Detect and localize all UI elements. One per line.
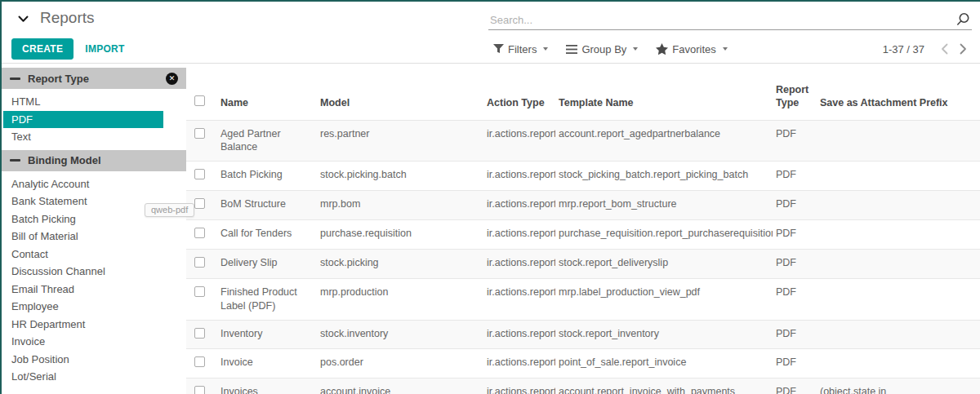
table-row[interactable]: Call for Tenders purchase.requisition ir… [186, 220, 980, 250]
cell-model[interactable]: purchase.requisition [317, 220, 483, 250]
row-checkbox[interactable] [194, 257, 205, 268]
cell-action-type[interactable]: ir.actions.report [483, 249, 555, 278]
pager-previous-button[interactable] [939, 42, 950, 56]
import-button[interactable]: IMPORT [85, 43, 124, 55]
cell-action-type[interactable]: ir.actions.report [483, 120, 555, 162]
cell-action-type[interactable]: ir.actions.report [483, 379, 555, 394]
cell-prefix[interactable] [817, 220, 980, 250]
create-button[interactable]: CREATE [11, 38, 74, 60]
cell-template[interactable]: account.report_agedpartnerbalance [555, 120, 773, 162]
cell-model[interactable]: res.partner [317, 120, 483, 162]
table-row[interactable]: Invoice pos.order ir.actions.report poin… [186, 349, 980, 379]
cell-prefix[interactable] [817, 162, 980, 191]
row-checkbox[interactable] [194, 356, 205, 367]
cell-name[interactable]: BoM Structure [217, 191, 317, 220]
group-by-dropdown[interactable]: Group By [566, 43, 638, 55]
cell-action-type[interactable]: ir.actions.report [483, 349, 555, 379]
column-header-prefix[interactable]: Save as Attachment Prefix [817, 64, 980, 120]
cell-model[interactable]: stock.picking.batch [317, 162, 483, 191]
row-checkbox[interactable] [194, 169, 205, 179]
facet-option[interactable]: Analytic Account [2, 175, 186, 193]
cell-name[interactable]: Finished Product Label (PDF) [217, 278, 317, 320]
facet-option[interactable]: Discussion Channel [2, 263, 186, 281]
facet-option-html[interactable]: HTML [2, 93, 186, 111]
cell-action-type[interactable]: ir.actions.report [483, 162, 555, 191]
cell-model[interactable]: account.invoice [317, 379, 483, 394]
cell-action-type[interactable]: ir.actions.report [483, 320, 555, 349]
cell-name[interactable]: Delivery Slip [217, 249, 317, 278]
row-checkbox[interactable] [194, 286, 205, 297]
facet-option[interactable]: Contact [2, 246, 186, 263]
cell-template[interactable]: mrp.label_production_view_pdf [555, 278, 773, 320]
column-header-action-type[interactable]: Action Type [483, 64, 555, 120]
facet-header-binding-model[interactable]: Binding Model [2, 150, 186, 171]
table-row[interactable]: Invoices account.invoice ir.actions.repo… [186, 379, 980, 394]
facet-option[interactable]: Lot/Serial [2, 368, 186, 386]
table-row[interactable]: Aged Partner Balance res.partner ir.acti… [186, 120, 980, 162]
row-checkbox[interactable] [194, 228, 205, 238]
cell-template[interactable]: point_of_sale.report_invoice [555, 349, 773, 379]
facet-option-pdf[interactable]: PDF [3, 111, 163, 129]
pager-next-button[interactable] [958, 42, 969, 56]
cell-report-type[interactable]: PDF [773, 349, 817, 379]
table-row[interactable]: Batch Picking stock.picking.batch ir.act… [186, 162, 980, 191]
cell-name[interactable]: Inventory [217, 320, 317, 349]
cell-action-type[interactable]: ir.actions.report [483, 220, 555, 250]
search-input[interactable] [490, 14, 951, 26]
facet-option[interactable]: Bill of Material [2, 228, 186, 246]
row-checkbox[interactable] [194, 386, 205, 394]
cell-report-type[interactable]: PDF [773, 249, 817, 278]
facet-option[interactable]: Invoice [2, 333, 186, 351]
facet-option[interactable]: Employee [2, 298, 186, 316]
cell-prefix[interactable] [817, 349, 980, 379]
cell-report-type[interactable]: PDF [773, 320, 817, 349]
cell-report-type[interactable]: PDF [773, 162, 817, 191]
close-icon[interactable]: ✕ [166, 73, 178, 85]
cell-prefix[interactable] [817, 191, 980, 220]
column-header-template[interactable]: Template Name [555, 64, 773, 120]
cell-prefix[interactable] [817, 249, 980, 278]
search-icon[interactable] [956, 12, 970, 27]
cell-template[interactable]: stock.report_inventory [555, 320, 773, 349]
cell-name[interactable]: Batch Picking [217, 162, 317, 191]
cell-template[interactable]: mrp.report_bom_structure [555, 191, 773, 220]
cell-prefix[interactable] [817, 120, 980, 162]
cell-template[interactable]: purchase_requisition.report_purchaserequ… [555, 220, 773, 250]
facet-header-report-type[interactable]: Report Type ✕ [2, 68, 186, 89]
cell-prefix[interactable] [817, 320, 980, 349]
cell-model[interactable]: mrp.production [317, 278, 483, 320]
cell-name[interactable]: Invoice [217, 349, 317, 379]
cell-template[interactable]: stock.report_deliveryslip [555, 249, 773, 278]
column-header-model[interactable]: Model [317, 64, 483, 120]
facet-option[interactable]: Job Position [2, 351, 186, 369]
chevron-down-icon[interactable] [18, 15, 29, 23]
table-row[interactable]: Finished Product Label (PDF) mrp.product… [186, 278, 980, 320]
cell-report-type[interactable]: PDF [773, 120, 817, 162]
cell-name[interactable]: Invoices [217, 379, 317, 394]
cell-template[interactable]: stock_picking_batch.report_picking_batch [555, 162, 773, 191]
row-checkbox[interactable] [194, 328, 205, 339]
filters-dropdown[interactable]: Filters [493, 43, 548, 55]
cell-prefix[interactable] [817, 278, 980, 320]
facet-option[interactable]: Email Thread [2, 281, 186, 299]
row-checkbox[interactable] [194, 128, 205, 139]
table-row[interactable]: Delivery Slip stock.picking ir.actions.r… [186, 249, 980, 278]
table-row[interactable]: Inventory stock.inventory ir.actions.rep… [186, 320, 980, 349]
select-all-checkbox[interactable] [194, 95, 205, 106]
cell-action-type[interactable]: ir.actions.report [483, 191, 555, 220]
cell-report-type[interactable]: PDF [773, 191, 817, 220]
facet-option-text[interactable]: Text [2, 128, 186, 146]
cell-model[interactable]: stock.inventory [317, 320, 483, 349]
column-header-name[interactable]: Name [217, 64, 317, 120]
facet-option[interactable]: HR Department [2, 316, 186, 334]
cell-model[interactable]: mrp.bom [317, 191, 483, 220]
cell-name[interactable]: Aged Partner Balance [217, 120, 317, 162]
cell-report-type[interactable]: PDF [773, 278, 817, 320]
cell-report-type[interactable]: PDF [773, 220, 817, 250]
cell-name[interactable]: Call for Tenders [217, 220, 317, 250]
cell-template[interactable]: account.report_invoice_with_payments [555, 379, 773, 394]
row-checkbox[interactable] [194, 198, 205, 209]
cell-prefix[interactable]: (object.state in ('open','in_payment','p… [817, 379, 980, 394]
cell-model[interactable]: pos.order [317, 349, 483, 379]
favorites-dropdown[interactable]: Favorites [656, 43, 727, 55]
